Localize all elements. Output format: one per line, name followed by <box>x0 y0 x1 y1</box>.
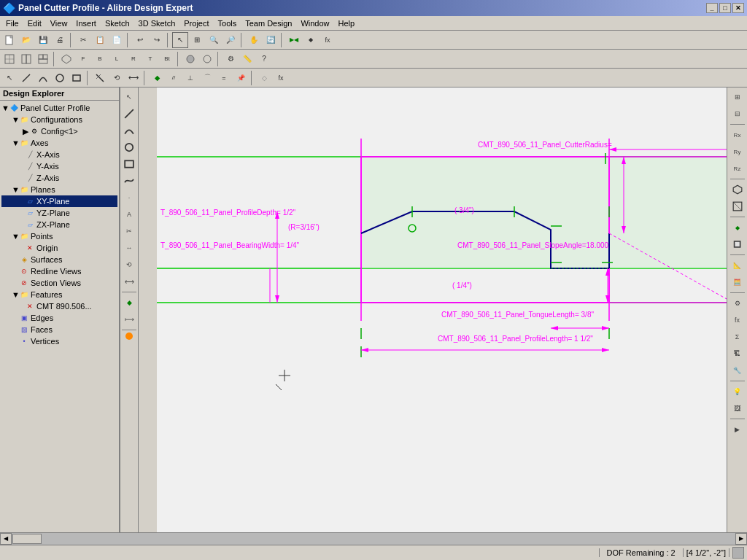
v-select-button[interactable]: ↖ <box>121 89 137 105</box>
v-text-button[interactable]: A <box>121 206 137 222</box>
rt-constraint-btn[interactable]: ◆ <box>729 219 746 236</box>
v-point-button[interactable]: · <box>121 190 137 206</box>
fix-button[interactable]: 📌 <box>233 70 249 86</box>
rt-rotate-x[interactable]: Rx <box>729 127 746 143</box>
select-sketch-button[interactable]: ↖ <box>1 70 18 86</box>
tree-item-zaxis[interactable]: ╱ Z-Axis <box>1 172 117 184</box>
isometric-button[interactable] <box>58 51 74 67</box>
v-constrain-button[interactable]: ◆ <box>121 295 137 311</box>
undo-button[interactable]: ↩ <box>132 32 148 48</box>
view3-button[interactable] <box>35 51 51 67</box>
tree-item-cmt890[interactable]: ✕ CMT 890.506... <box>1 300 117 312</box>
zoom-out-button[interactable]: 🔎 <box>222 32 239 48</box>
tree-item-features[interactable]: ▼ 📁 Features <box>1 289 117 300</box>
cut-button[interactable]: ✂ <box>75 32 91 48</box>
parallel-button[interactable]: // <box>166 70 182 86</box>
tree-item-zxplane[interactable]: ▱ ZX-Plane <box>1 219 117 230</box>
tree-item-yzplane[interactable]: ▱ YZ-Plane <box>1 207 117 219</box>
menu-sketch[interactable]: Sketch <box>101 18 134 29</box>
top-view-button[interactable]: T <box>142 51 158 67</box>
tree-item-yaxis[interactable]: ╱ Y-Axis <box>1 160 117 172</box>
hscrollbar[interactable]: ◀ ▶ <box>0 532 747 544</box>
measure-button[interactable]: 📏 <box>239 51 255 67</box>
v-offset-button[interactable]: ⟲ <box>121 257 137 273</box>
rt-rotate-z[interactable]: Rz <box>729 160 746 176</box>
rt-calc-btn[interactable]: 🧮 <box>729 274 746 290</box>
rotate-button[interactable]: 🔄 <box>263 32 279 48</box>
paste-button[interactable]: 📄 <box>109 32 125 48</box>
tree-item-root[interactable]: ▼ 🔷 Panel Cutter Profile <box>1 102 117 114</box>
left-view-button[interactable]: L <box>109 51 125 67</box>
rt-design-btn[interactable]: 🏗 <box>729 346 746 362</box>
tree-item-faces[interactable]: ▨ Faces <box>1 324 117 335</box>
arc-button[interactable] <box>35 70 51 86</box>
rt-rotate-y[interactable]: Ry <box>729 144 746 160</box>
coincident-button[interactable]: ◆ <box>149 70 165 86</box>
perpendicular-button[interactable]: ⊥ <box>182 70 198 86</box>
select-button[interactable]: ↖ <box>172 32 188 48</box>
tree-item-configurations[interactable]: ▼ 📁 Configurations <box>1 114 117 125</box>
rt-wire[interactable] <box>729 198 746 214</box>
view2-button[interactable] <box>18 51 34 67</box>
rt-var-btn[interactable]: Σ <box>729 329 746 345</box>
scroll-track[interactable] <box>12 533 735 545</box>
help-toolbar-button[interactable]: ? <box>256 51 272 67</box>
offset-button[interactable]: ⟲ <box>109 70 125 86</box>
tree-area[interactable]: ▼ 🔷 Panel Cutter Profile ▼ 📁 Configurati… <box>0 101 119 532</box>
copy-button[interactable]: 📋 <box>92 32 108 48</box>
v-mirror-button[interactable]: ⟷ <box>121 273 137 289</box>
v-line-button[interactable] <box>121 106 137 122</box>
tree-item-config1[interactable]: ▶ ⚙ Config<1> <box>1 125 117 137</box>
rt-render-btn[interactable]: 🖼 <box>729 400 746 416</box>
v-trim-button[interactable]: ✂ <box>121 223 137 239</box>
rt-assem-btn[interactable]: 🔧 <box>729 362 746 378</box>
menu-view[interactable]: View <box>46 18 72 29</box>
circle-button[interactable] <box>52 70 68 86</box>
tree-item-redline[interactable]: ⊙ Redline Views <box>1 265 117 277</box>
tree-item-xaxis[interactable]: ╱ X-Axis <box>1 149 117 160</box>
rt-btn1[interactable]: ⊞ <box>729 89 746 105</box>
rt-fx-btn[interactable]: fx <box>729 312 746 328</box>
tree-item-surfaces[interactable]: ◈ Surfaces <box>1 254 117 265</box>
maximize-button[interactable]: □ <box>719 3 731 13</box>
v-circle-button[interactable] <box>121 139 137 155</box>
trim-button[interactable] <box>92 70 108 86</box>
open-button[interactable]: 📂 <box>18 32 34 48</box>
menu-project[interactable]: Project <box>179 18 213 29</box>
menu-tools[interactable]: Tools <box>214 18 241 29</box>
expand-config[interactable]: ▼ <box>12 115 19 124</box>
rectangle-button[interactable] <box>69 70 85 86</box>
menu-insert[interactable]: Insert <box>71 18 101 29</box>
rt-expand-btn[interactable]: ▶ <box>729 421 746 438</box>
menu-help[interactable]: Help <box>334 18 360 29</box>
dimension-button[interactable]: ◆ <box>303 32 319 48</box>
rt-snap-btn[interactable]: 🔲 <box>729 236 746 252</box>
line-button[interactable] <box>18 70 34 86</box>
menu-3dsketch[interactable]: 3D Sketch <box>134 18 180 29</box>
v-arc-button[interactable] <box>121 122 137 139</box>
v-orange-circle[interactable] <box>125 332 133 340</box>
v-spline-button[interactable] <box>121 173 137 189</box>
tree-item-axes[interactable]: ▼ 📁 Axes <box>1 137 117 149</box>
tree-item-sectionviews[interactable]: ⊘ Section Views <box>1 277 117 289</box>
formula-sketch-button[interactable]: fx <box>273 70 289 86</box>
tree-item-edges[interactable]: ▣ Edges <box>1 312 117 324</box>
dimension-sketch-button[interactable]: ◇ <box>256 70 272 86</box>
properties-button[interactable]: ⚙ <box>222 51 239 67</box>
v-rectangle-button[interactable] <box>121 156 137 172</box>
minimize-button[interactable]: _ <box>706 3 718 13</box>
expand-root[interactable]: ▼ <box>1 104 9 112</box>
tangent-button[interactable]: ⌒ <box>199 70 215 86</box>
scroll-thumb[interactable] <box>12 534 42 544</box>
pan-button[interactable]: ✋ <box>246 32 262 48</box>
zoom-in-button[interactable]: 🔍 <box>206 32 222 48</box>
scroll-right-button[interactable]: ▶ <box>735 533 747 545</box>
back-view-button[interactable]: B <box>92 51 108 67</box>
expand-planes[interactable]: ▼ <box>12 185 19 194</box>
zoom-all-button[interactable]: ⊞ <box>189 32 205 48</box>
rt-prop-btn[interactable]: ⚙ <box>729 295 746 311</box>
menu-edit[interactable]: Edit <box>23 18 46 29</box>
print-button[interactable]: 🖨 <box>52 32 68 48</box>
expand-axes[interactable]: ▼ <box>12 139 19 147</box>
rt-measure-btn[interactable]: 📐 <box>729 257 746 273</box>
